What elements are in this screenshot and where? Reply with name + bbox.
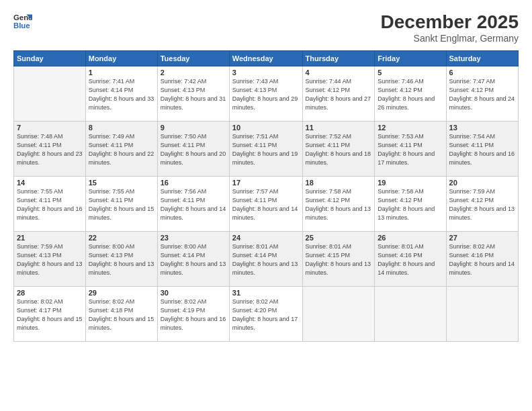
day-info: Sunrise: 8:00 AM Sunset: 4:14 PM Dayligh… [161,242,226,277]
day-info: Sunrise: 8:01 AM Sunset: 4:16 PM Dayligh… [378,242,443,277]
day-number: 7 [17,124,83,132]
day-info: Sunrise: 8:02 AM Sunset: 4:19 PM Dayligh… [161,298,226,332]
day-number: 2 [161,68,226,77]
table-row: 4Sunrise: 7:44 AM Sunset: 4:12 PM Daylig… [302,66,375,121]
day-number: 14 [17,179,83,187]
day-number: 29 [89,289,154,297]
day-info: Sunrise: 7:58 AM Sunset: 4:12 PM Dayligh… [306,187,372,222]
day-number: 16 [161,179,226,187]
table-row: 5Sunrise: 7:46 AM Sunset: 4:12 PM Daylig… [375,66,446,121]
day-number: 23 [161,234,226,242]
day-info: Sunrise: 7:54 AM Sunset: 4:11 PM Dayligh… [449,132,515,167]
day-number: 4 [306,68,372,77]
table-row [446,286,518,341]
day-number: 1 [89,68,154,77]
day-info: Sunrise: 7:58 AM Sunset: 4:12 PM Dayligh… [378,187,443,222]
day-number: 26 [378,234,443,242]
day-number: 9 [161,124,226,132]
table-row: 18Sunrise: 7:58 AM Sunset: 4:12 PM Dayli… [302,176,375,231]
day-number: 5 [378,68,443,77]
table-row: 24Sunrise: 8:01 AM Sunset: 4:14 PM Dayli… [229,231,302,286]
table-row: 16Sunrise: 7:56 AM Sunset: 4:11 PM Dayli… [157,176,229,231]
day-info: Sunrise: 7:41 AM Sunset: 4:14 PM Dayligh… [89,77,154,112]
calendar-table: Sunday Monday Tuesday Wednesday Thursday… [13,50,519,342]
table-row [14,66,86,121]
table-row: 3Sunrise: 7:43 AM Sunset: 4:13 PM Daylig… [229,66,302,121]
day-info: Sunrise: 7:43 AM Sunset: 4:13 PM Dayligh… [232,77,300,112]
calendar-week-row: 14Sunrise: 7:55 AM Sunset: 4:11 PM Dayli… [14,176,519,231]
col-sunday: Sunday [14,50,86,66]
day-info: Sunrise: 7:57 AM Sunset: 4:11 PM Dayligh… [232,187,300,222]
logo: General Blue [13,12,32,31]
table-row: 9Sunrise: 7:50 AM Sunset: 4:11 PM Daylig… [157,121,229,176]
day-info: Sunrise: 7:59 AM Sunset: 4:13 PM Dayligh… [17,242,83,277]
day-info: Sunrise: 7:48 AM Sunset: 4:11 PM Dayligh… [17,132,83,167]
table-row: 11Sunrise: 7:52 AM Sunset: 4:11 PM Dayli… [302,121,375,176]
day-number: 6 [449,68,515,77]
day-number: 13 [449,124,515,132]
day-number: 19 [378,179,443,187]
day-number: 12 [378,124,443,132]
day-info: Sunrise: 7:53 AM Sunset: 4:11 PM Dayligh… [378,132,443,167]
table-row: 28Sunrise: 8:02 AM Sunset: 4:17 PM Dayli… [14,286,86,341]
day-number: 30 [161,289,226,297]
table-row: 2Sunrise: 7:42 AM Sunset: 4:13 PM Daylig… [157,66,229,121]
col-monday: Monday [85,50,157,66]
day-info: Sunrise: 8:02 AM Sunset: 4:18 PM Dayligh… [89,298,154,332]
day-info: Sunrise: 7:50 AM Sunset: 4:11 PM Dayligh… [161,132,226,167]
table-row: 15Sunrise: 7:55 AM Sunset: 4:11 PM Dayli… [85,176,157,231]
day-info: Sunrise: 8:01 AM Sunset: 4:14 PM Dayligh… [232,242,300,277]
table-row: 17Sunrise: 7:57 AM Sunset: 4:11 PM Dayli… [229,176,302,231]
col-saturday: Saturday [446,50,518,66]
day-number: 17 [232,179,300,187]
day-info: Sunrise: 7:49 AM Sunset: 4:11 PM Dayligh… [89,132,154,167]
day-info: Sunrise: 8:02 AM Sunset: 4:16 PM Dayligh… [449,242,515,277]
calendar-week-row: 21Sunrise: 7:59 AM Sunset: 4:13 PM Dayli… [14,231,519,286]
day-number: 31 [232,289,300,297]
day-info: Sunrise: 7:51 AM Sunset: 4:11 PM Dayligh… [232,132,300,167]
day-info: Sunrise: 7:52 AM Sunset: 4:11 PM Dayligh… [306,132,372,167]
day-info: Sunrise: 7:55 AM Sunset: 4:11 PM Dayligh… [17,187,83,222]
day-number: 15 [89,179,154,187]
calendar-title: December 2025 [381,12,519,33]
table-row: 22Sunrise: 8:00 AM Sunset: 4:13 PM Dayli… [85,231,157,286]
col-wednesday: Wednesday [229,50,302,66]
day-info: Sunrise: 8:00 AM Sunset: 4:13 PM Dayligh… [89,242,154,277]
table-row: 21Sunrise: 7:59 AM Sunset: 4:13 PM Dayli… [14,231,86,286]
calendar-week-row: 7Sunrise: 7:48 AM Sunset: 4:11 PM Daylig… [14,121,519,176]
calendar-header-row: Sunday Monday Tuesday Wednesday Thursday… [14,50,519,66]
day-number: 22 [89,234,154,242]
table-row: 29Sunrise: 8:02 AM Sunset: 4:18 PM Dayli… [85,286,157,341]
col-tuesday: Tuesday [157,50,229,66]
calendar-week-row: 28Sunrise: 8:02 AM Sunset: 4:17 PM Dayli… [14,286,519,341]
table-row: 6Sunrise: 7:47 AM Sunset: 4:12 PM Daylig… [446,66,518,121]
svg-text:Blue: Blue [13,21,30,30]
table-row: 12Sunrise: 7:53 AM Sunset: 4:11 PM Dayli… [375,121,446,176]
day-info: Sunrise: 7:42 AM Sunset: 4:13 PM Dayligh… [161,77,226,112]
day-info: Sunrise: 7:56 AM Sunset: 4:11 PM Dayligh… [161,187,226,222]
day-info: Sunrise: 7:46 AM Sunset: 4:12 PM Dayligh… [378,77,443,112]
table-row: 27Sunrise: 8:02 AM Sunset: 4:16 PM Dayli… [446,231,518,286]
col-friday: Friday [375,50,446,66]
day-info: Sunrise: 8:02 AM Sunset: 4:17 PM Dayligh… [17,298,83,332]
day-info: Sunrise: 8:01 AM Sunset: 4:15 PM Dayligh… [306,242,372,277]
day-info: Sunrise: 7:59 AM Sunset: 4:12 PM Dayligh… [449,187,515,222]
calendar-page: General Blue December 2025 Sankt Englmar… [0,0,532,411]
day-number: 20 [449,179,515,187]
table-row: 26Sunrise: 8:01 AM Sunset: 4:16 PM Dayli… [375,231,446,286]
table-row: 13Sunrise: 7:54 AM Sunset: 4:11 PM Dayli… [446,121,518,176]
day-number: 28 [17,289,83,297]
day-number: 21 [17,234,83,242]
header: General Blue December 2025 Sankt Englmar… [13,12,519,44]
table-row: 30Sunrise: 8:02 AM Sunset: 4:19 PM Dayli… [157,286,229,341]
col-thursday: Thursday [302,50,375,66]
day-info: Sunrise: 7:47 AM Sunset: 4:12 PM Dayligh… [449,77,515,112]
table-row: 1Sunrise: 7:41 AM Sunset: 4:14 PM Daylig… [85,66,157,121]
day-info: Sunrise: 7:44 AM Sunset: 4:12 PM Dayligh… [306,77,372,112]
day-number: 10 [232,124,300,132]
calendar-week-row: 1Sunrise: 7:41 AM Sunset: 4:14 PM Daylig… [14,66,519,121]
table-row: 23Sunrise: 8:00 AM Sunset: 4:14 PM Dayli… [157,231,229,286]
title-block: December 2025 Sankt Englmar, Germany [381,12,519,44]
day-number: 24 [232,234,300,242]
table-row [375,286,446,341]
